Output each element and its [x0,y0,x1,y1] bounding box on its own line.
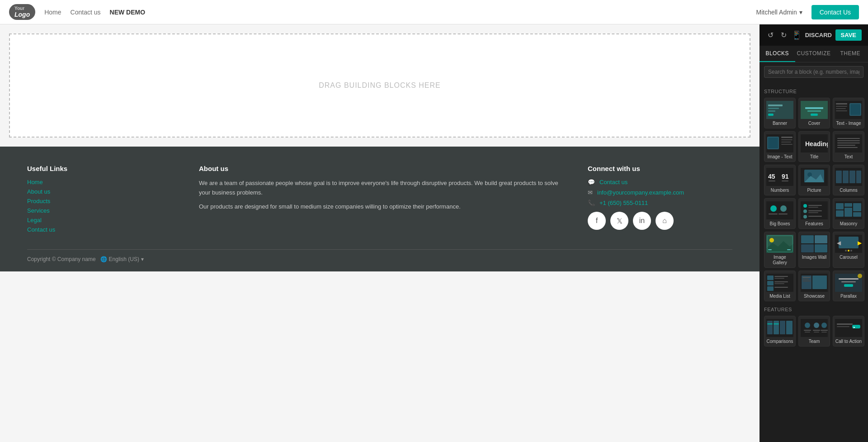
svg-rect-90 [774,283,784,284]
svg-rect-106 [767,321,773,334]
block-text-image[interactable]: Text - Image [833,98,864,128]
home-button[interactable]: ⌂ [656,212,674,230]
language-selector[interactable]: 🌐 English (US) ▾ [100,256,144,262]
svg-rect-22 [781,144,793,145]
block-team[interactable]: Team [798,316,830,347]
masonry-label: Masonry [840,221,857,227]
svg-rect-114 [804,330,811,331]
svg-rect-7 [807,110,821,112]
comparisons-label: Comparisons [767,339,793,344]
svg-rect-102 [841,281,856,282]
svg-rect-76 [815,244,827,252]
nav-demo[interactable]: NEW DEMO [110,9,146,16]
twitter-button[interactable]: 𝕏 [610,212,628,230]
drag-text: DRAG BUILDING BLOCKS HERE [319,81,441,90]
svg-rect-71 [787,249,791,250]
svg-rect-43 [849,171,855,183]
svg-rect-60 [836,203,844,209]
connect-phone-link[interactable]: +1 (650) 555-0111 [599,200,648,206]
lang-chevron: ▾ [141,256,144,262]
footer-link-home[interactable]: Home [27,179,172,185]
admin-dropdown[interactable]: Mitchell Admin ▾ [756,9,802,16]
svg-rect-87 [774,278,784,279]
block-carousel[interactable]: ◀ ▶ Carousel [833,232,864,268]
team-label: Team [809,339,820,344]
block-columns[interactable]: Columns [833,165,864,195]
svg-rect-117 [813,330,820,331]
nav-home[interactable]: Home [44,9,61,16]
linkedin-button[interactable]: in [633,212,651,230]
globe-icon: 🌐 [100,256,107,262]
page-footer: Useful Links Home About us Products Serv… [0,147,760,271]
block-title[interactable]: Heading Title [798,131,830,162]
showcase-thumb [801,274,828,292]
svg-rect-92 [774,287,788,288]
sidebar-topbar: ↺ ↻ 📱 DISCARD SAVE [760,24,868,46]
footer-link-contact[interactable]: Contact us [27,226,172,233]
banner-label: Banner [773,121,787,126]
svg-rect-19 [781,137,793,138]
block-banner[interactable]: Banner [764,98,796,128]
comparisons-thumb [766,319,793,337]
text-image-label: Text - Image [836,121,861,126]
connect-email-link[interactable]: info@yourcompany.example.com [597,189,684,196]
facebook-button[interactable]: f [588,212,606,230]
block-parallax[interactable]: Parallax [833,271,864,301]
block-search-input[interactable] [764,66,863,78]
block-numbers[interactable]: 45 91 Numbers [764,165,796,195]
block-masonry[interactable]: Masonry [833,198,864,229]
discard-button[interactable]: DISCARD [805,32,832,38]
block-comparisons[interactable]: Comparisons [764,316,796,347]
block-image-text[interactable]: Image - Text [764,131,796,162]
cta-label: Call to Action [835,339,862,344]
tab-blocks[interactable]: BLOCKS [760,46,795,62]
block-imagegallery[interactable]: Image Gallery [764,232,796,268]
svg-rect-112 [801,319,828,337]
connect-contact-link[interactable]: Contact us [599,179,627,185]
svg-point-83 [850,250,852,252]
block-medialist[interactable]: Media List [764,271,796,301]
sidebar-blocks-scroll[interactable]: Structure Banner [760,81,868,442]
block-features[interactable]: Features [798,198,830,229]
svg-point-38 [807,172,812,177]
tab-customize[interactable]: CUSTOMIZE [795,46,833,62]
block-bigboxes[interactable]: Big Boxes [764,198,796,229]
svg-point-104 [858,274,862,278]
footer-link-about[interactable]: About us [27,188,172,195]
imagegallery-label: Image Gallery [766,255,793,266]
svg-rect-65 [853,212,861,217]
connect-phone-item: 📞 +1 (650) 555-0111 [588,200,732,206]
footer-link-services[interactable]: Services [27,207,172,214]
svg-point-54 [803,209,807,213]
footer-link-legal[interactable]: Legal [27,217,172,223]
block-picture[interactable]: Picture [798,165,830,195]
svg-rect-41 [836,171,842,183]
svg-rect-123 [837,323,853,325]
save-button[interactable]: SAVE [835,29,862,41]
block-showcase[interactable]: Showcase [798,271,830,301]
block-cta[interactable]: ▶ Call to Action [833,316,864,347]
block-text[interactable]: Text [833,131,864,162]
device-toggle[interactable]: 📱 [792,30,802,40]
svg-rect-70 [768,249,772,250]
svg-rect-21 [781,142,791,143]
svg-rect-52 [808,205,822,206]
footer-bottom: Copyright © Company name 🌐 English (US) … [27,249,732,262]
logo-sub: Your [14,6,30,11]
contact-us-button[interactable]: Contact Us [811,5,859,19]
block-imageswall[interactable]: Images Wall [798,232,830,268]
block-cover[interactable]: Cover [798,98,830,128]
undo-button[interactable]: ↺ [766,29,775,41]
footer-link-products[interactable]: Products [27,198,172,204]
admin-chevron: ▾ [799,9,802,16]
svg-rect-62 [853,203,861,211]
showcase-label: Showcase [804,294,825,299]
svg-rect-115 [805,332,810,333]
tab-theme[interactable]: THEME [832,46,868,62]
nav-contact[interactable]: Contact us [71,9,101,16]
svg-rect-86 [774,276,788,277]
redo-button[interactable]: ↻ [779,29,788,41]
carousel-thumb: ◀ ▶ [835,235,862,253]
medialist-label: Media List [769,294,790,299]
drag-drop-area[interactable]: DRAG BUILDING BLOCKS HERE [9,33,750,138]
